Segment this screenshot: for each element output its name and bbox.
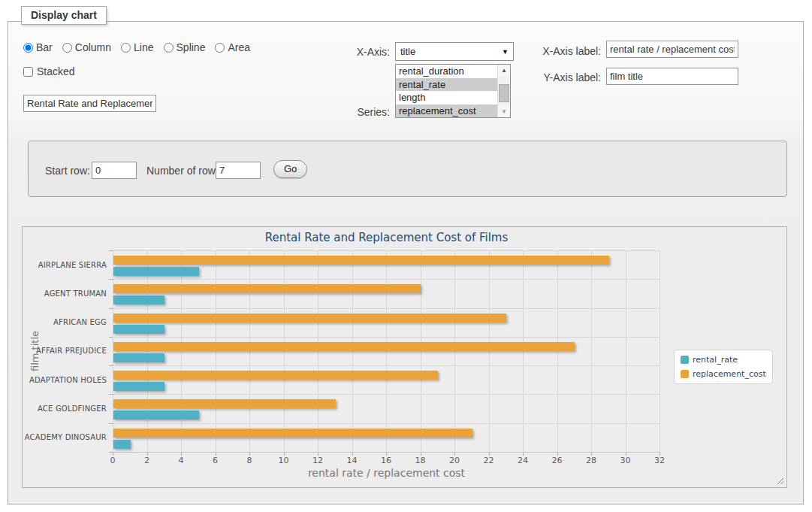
- category-label: AIRPLANE SIERRA: [27, 250, 107, 279]
- category-label: AGENT TRUMAN: [27, 279, 107, 308]
- num-rows-input[interactable]: [216, 162, 261, 179]
- y-axis-title: film title: [29, 331, 41, 371]
- chart-type-radio-column[interactable]: Column: [62, 41, 111, 53]
- chart-type-radio-input-line[interactable]: [121, 43, 131, 53]
- x-tick-label: 0: [110, 456, 116, 465]
- go-button[interactable]: Go: [273, 160, 307, 178]
- x-tick-label: 18: [415, 456, 426, 465]
- chart-type-radio-bar[interactable]: Bar: [23, 41, 53, 53]
- x-tick-label: 2: [144, 456, 149, 465]
- gridline-vertical: [626, 250, 626, 452]
- chart-type-radio-spline[interactable]: Spline: [164, 41, 206, 53]
- bar-rental_rate: [113, 382, 165, 391]
- y-axis-tick: [109, 250, 113, 251]
- series-option-length[interactable]: length: [396, 91, 497, 105]
- x-tick-label: 16: [381, 456, 391, 465]
- chart-type-radio-input-area[interactable]: [215, 43, 225, 53]
- chart-type-radio-input-spline[interactable]: [164, 43, 174, 53]
- fieldset-legend: Display chart: [21, 6, 107, 25]
- series-option-rental_rate[interactable]: rental_rate: [396, 78, 497, 92]
- gridline-vertical: [489, 250, 490, 452]
- gridline-vertical: [352, 250, 353, 452]
- x-axis-title: rental rate / replacement cost: [113, 467, 660, 479]
- bar-replacement_cost: [113, 371, 438, 380]
- bar-replacement_cost: [113, 342, 575, 351]
- x-tick-label: 8: [247, 456, 252, 465]
- x-tick-label: 14: [347, 456, 358, 465]
- x-axis-line: [113, 452, 660, 453]
- bar-replacement_cost: [113, 429, 472, 438]
- legend-label: replacement_cost: [693, 369, 766, 379]
- legend-item-replacement_cost[interactable]: replacement_cost: [681, 369, 766, 379]
- stacked-checkbox-row[interactable]: Stacked: [23, 65, 75, 77]
- chart-type-radio-area[interactable]: Area: [215, 41, 250, 53]
- chart-type-radio-input-column[interactable]: [62, 43, 72, 53]
- y-axis-label-input[interactable]: [606, 68, 738, 85]
- chart-title: Rental Rate and Replacement Cost of Film…: [113, 231, 660, 244]
- y-axis-tick: [109, 365, 113, 366]
- x-axis-label-caption: X-Axis label:: [497, 45, 601, 57]
- bar-rental_rate: [113, 325, 165, 334]
- gridline-vertical: [284, 250, 285, 452]
- stacked-checkbox[interactable]: [23, 67, 33, 77]
- legend-item-rental_rate[interactable]: rental_rate: [681, 355, 766, 365]
- num-rows-label: Number of rows:: [146, 165, 224, 177]
- x-tick-label: 26: [552, 456, 563, 465]
- gridline-vertical: [660, 250, 660, 452]
- y-axis-tick: [109, 308, 113, 309]
- chart-type-radio-line[interactable]: Line: [121, 41, 153, 53]
- x-tick-label: 10: [279, 456, 289, 465]
- chart-type-radio-label: Bar: [36, 41, 53, 53]
- chart-type-radio-label: Area: [228, 41, 250, 53]
- gridline-horizontal: [113, 423, 660, 424]
- x-tick-label: 32: [654, 456, 665, 465]
- gridline-vertical: [591, 250, 592, 452]
- bar-rental_rate: [113, 267, 199, 276]
- resize-handle-icon[interactable]: [776, 477, 784, 485]
- gridline-vertical: [181, 250, 182, 452]
- chart-type-radio-input-bar[interactable]: [23, 43, 33, 53]
- scrollbar-thumb[interactable]: [499, 84, 509, 102]
- start-row-input[interactable]: [92, 162, 137, 179]
- x-tick-label: 22: [484, 456, 494, 465]
- bar-replacement_cost: [113, 284, 421, 293]
- gridline-horizontal: [113, 394, 660, 395]
- gridline-vertical: [421, 250, 421, 452]
- category-label: ACADEMY DINOSAUR: [27, 423, 107, 452]
- category-label: ACE GOLDFINGER: [27, 394, 107, 423]
- bar-replacement_cost: [113, 399, 336, 408]
- x-axis-select-value: title: [400, 46, 415, 57]
- legend-swatch-icon: [681, 356, 689, 364]
- page: Display chart BarColumnLineSplineArea St…: [0, 0, 812, 512]
- chart-type-radio-label: Column: [75, 41, 111, 53]
- y-axis-tick: [109, 279, 113, 280]
- y-axis-label-caption: Y-Axis label:: [497, 71, 601, 83]
- gridline-vertical: [557, 250, 558, 452]
- chart-type-radio-group: BarColumnLineSplineArea: [23, 41, 250, 53]
- display-chart-fieldset: Display chart BarColumnLineSplineArea St…: [8, 21, 804, 504]
- series-option-rental_duration[interactable]: rental_duration: [396, 65, 497, 78]
- legend-swatch-icon: [681, 370, 689, 378]
- x-axis-select-label: X-Axis:: [294, 46, 390, 58]
- gridline-vertical: [147, 250, 148, 452]
- series-options: rental_durationrental_ratelengthreplacem…: [396, 65, 497, 117]
- gridline-horizontal: [113, 279, 660, 280]
- gridline-horizontal: [113, 308, 660, 309]
- gridline-vertical: [386, 250, 387, 452]
- chart-title-input[interactable]: [23, 95, 156, 112]
- bar-rental_rate: [113, 440, 131, 449]
- x-axis-label-input[interactable]: [606, 41, 738, 58]
- bar-rental_rate: [113, 295, 165, 304]
- bar-rental_rate: [113, 353, 165, 362]
- x-tick-label: 28: [586, 456, 596, 465]
- gridline-vertical: [318, 250, 318, 452]
- x-tick-label: 24: [518, 456, 528, 465]
- series-multiselect[interactable]: rental_durationrental_ratelengthreplacem…: [395, 64, 511, 118]
- gridline-vertical: [454, 250, 455, 452]
- chart-panel: Rental Rate and Replacement Cost of Film…: [22, 226, 787, 488]
- x-tick-label: 12: [312, 456, 323, 465]
- gridline-horizontal: [113, 365, 660, 366]
- scroll-down-icon[interactable]: ▼: [498, 106, 510, 117]
- series-option-replacement_cost[interactable]: replacement_cost: [396, 105, 497, 118]
- bar-replacement_cost: [113, 256, 609, 265]
